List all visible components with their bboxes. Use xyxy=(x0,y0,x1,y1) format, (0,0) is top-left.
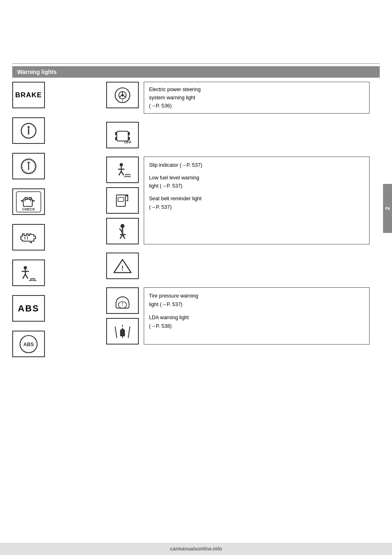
logo-bar: carmanualsonline.info xyxy=(0,543,392,555)
warning-triangle-svg: ! xyxy=(112,257,133,275)
svg-point-13 xyxy=(24,200,26,201)
svg-point-14 xyxy=(30,200,31,201)
brake-label: BRAKE xyxy=(15,91,42,99)
slip-person-icon-box xyxy=(12,260,45,286)
svg-text:!: ! xyxy=(122,302,123,307)
tpms-icon-box: ! xyxy=(106,287,139,314)
vsc-off-row: OFF xyxy=(106,122,370,148)
svg-point-43 xyxy=(126,195,128,197)
svg-rect-34 xyxy=(128,137,130,140)
eps-row: ! Electric power steeringsystem warning … xyxy=(106,82,370,114)
svg-rect-12 xyxy=(32,200,35,201)
vsc-off-svg: OFF xyxy=(112,126,133,144)
slip-group-icons xyxy=(106,157,139,244)
abs-circle-icon-box: ABS xyxy=(12,331,45,357)
content-area: BRAKE xyxy=(12,82,370,357)
battery-svg xyxy=(19,157,38,175)
svg-text:ABS: ABS xyxy=(23,342,33,347)
lda-svg xyxy=(112,322,133,340)
svg-rect-9 xyxy=(25,197,27,199)
tpms-svg: ! xyxy=(112,292,133,310)
fuel-level-desc: Low fuel level warninglight (→P. 537) xyxy=(149,174,364,190)
svg-line-28 xyxy=(119,96,121,97)
brake-icon-box: BRAKE xyxy=(12,82,45,108)
section-header-bar: Warning lights xyxy=(12,66,380,78)
svg-rect-11 xyxy=(21,200,23,201)
seatbelt-desc: Seat belt reminder light(→P. 537) xyxy=(149,195,364,211)
left-icons-column: BRAKE xyxy=(12,82,86,357)
tpms-desc: Tire pressure warninglight (→P. 537) xyxy=(149,292,364,309)
oil-pressure-icon-box xyxy=(12,117,45,144)
svg-line-53 xyxy=(128,327,130,338)
svg-rect-31 xyxy=(115,132,117,135)
warning-triangle-icon-box: ! xyxy=(106,253,139,279)
fuel-icon-box xyxy=(106,187,139,214)
check-engine-old-icon-box: CHECK xyxy=(12,188,45,215)
warning-triangle-row: ! xyxy=(106,253,370,279)
svg-line-45 xyxy=(120,235,122,239)
eps-icon-box: ! xyxy=(106,82,139,108)
tpms-group-icons: ! xyxy=(106,287,139,345)
lda-desc: LDA warning light(→P. 538) xyxy=(149,313,364,330)
oil-pressure-svg xyxy=(19,122,38,140)
fuel-svg xyxy=(112,192,133,210)
check-engine-old-svg: CHECK xyxy=(16,191,41,213)
svg-point-36 xyxy=(120,163,123,166)
svg-rect-42 xyxy=(118,197,124,201)
svg-rect-33 xyxy=(115,137,117,140)
abs-circle-svg: ABS xyxy=(18,334,39,354)
svg-text:!: ! xyxy=(121,265,123,272)
engine-icon-box xyxy=(12,224,45,251)
abs-label: ABS xyxy=(18,303,39,314)
chapter-number: 2 xyxy=(384,207,391,210)
right-content-column: ! Electric power steeringsystem warning … xyxy=(106,82,370,357)
seatbelt-icon-box xyxy=(106,218,139,244)
svg-rect-32 xyxy=(128,132,130,135)
slip-indicator-desc: Slip indicator (→P. 537) xyxy=(149,161,364,170)
eps-desc: Electric power steeringsystem warning li… xyxy=(144,82,370,114)
battery-icon-box xyxy=(12,153,45,179)
svg-point-1 xyxy=(28,126,30,128)
logo-text: carmanualsonline.info xyxy=(170,546,222,552)
svg-rect-55 xyxy=(121,329,124,331)
svg-rect-10 xyxy=(29,197,31,199)
svg-line-29 xyxy=(124,96,126,97)
eps-desc-text: Electric power steeringsystem warning li… xyxy=(149,85,200,110)
abs-icon-box: ABS xyxy=(12,295,45,322)
slip-indicator-icon-box xyxy=(106,157,139,183)
lda-icon-box xyxy=(106,318,139,345)
svg-line-20 xyxy=(23,274,25,278)
tpms-group-row: ! xyxy=(106,287,370,345)
chapter-tab: 2 xyxy=(383,184,392,233)
slip-person-svg xyxy=(18,264,39,282)
svg-text:!: ! xyxy=(122,99,123,103)
check-text: CHECK xyxy=(22,207,36,211)
seatbelt-svg xyxy=(112,222,133,240)
engine-svg xyxy=(18,228,40,246)
svg-point-4 xyxy=(28,161,30,163)
eps-svg: ! xyxy=(112,86,133,104)
svg-line-39 xyxy=(119,171,121,175)
svg-text:OFF: OFF xyxy=(124,140,131,144)
svg-line-52 xyxy=(115,327,117,338)
top-divider xyxy=(12,63,380,64)
tpms-group-desc: Tire pressure warninglight (→P. 537) LDA… xyxy=(144,287,370,345)
svg-point-26 xyxy=(121,94,124,96)
slip-indicator-svg xyxy=(112,161,133,179)
slip-group-desc: Slip indicator (→P. 537) Low fuel level … xyxy=(144,157,370,244)
svg-line-40 xyxy=(121,171,124,175)
svg-line-21 xyxy=(25,274,28,278)
section-header-text: Warning lights xyxy=(17,69,57,75)
vsc-off-icon-box: OFF xyxy=(106,122,139,148)
slip-group-row: Slip indicator (→P. 537) Low fuel level … xyxy=(106,157,370,244)
page: Warning lights 2 BRAKE xyxy=(0,0,392,555)
